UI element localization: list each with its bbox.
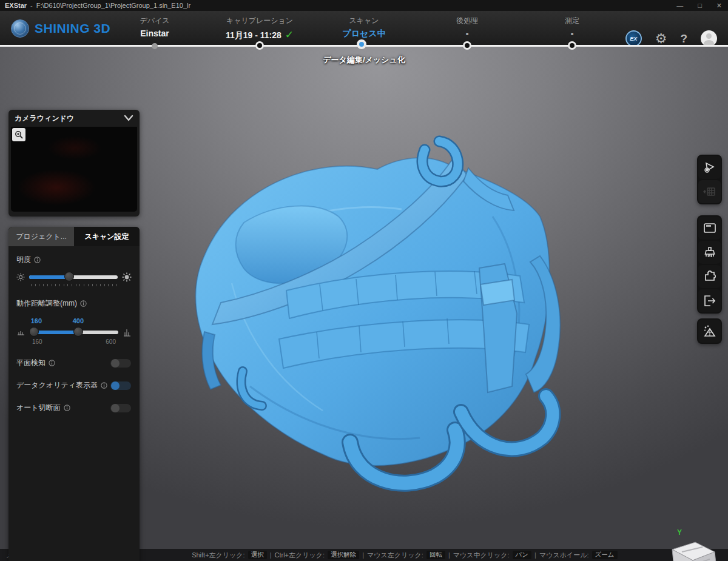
scan-stage-dot[interactable] — [357, 39, 366, 49]
right-toolbar-group-1 — [697, 155, 722, 204]
window-layout-button[interactable] — [698, 217, 721, 240]
brightness-ticks — [31, 284, 117, 286]
info-icon[interactable] — [34, 257, 41, 263]
right-toolbar-group-2 — [697, 215, 722, 314]
user-avatar[interactable] — [701, 30, 717, 47]
help-icon[interactable]: ? — [680, 32, 687, 45]
step-measure[interactable]: 測定 - — [517, 16, 627, 38]
settings-gear-icon[interactable]: ⚙ — [655, 32, 667, 45]
distance-range-slider[interactable] — [30, 328, 118, 337]
info-icon[interactable] — [64, 405, 70, 411]
data-quality-indicator-toggle[interactable] — [110, 381, 132, 391]
distance-max-label: 600 — [106, 338, 116, 345]
simplify-mesh-button[interactable] — [698, 320, 721, 343]
scan-settings-panel: プロジェクト... スキャン設定 明度 — [8, 227, 140, 561]
sun-dim-icon — [16, 273, 25, 281]
sun-bright-icon — [122, 272, 132, 282]
distance-label: 動作距離調整(mm) — [16, 298, 77, 309]
title-separator: - — [30, 2, 33, 9]
brightness-slider[interactable] — [29, 272, 118, 282]
camera-window-panel: カメラウィンドウ — [8, 110, 140, 217]
camera-preview — [11, 127, 137, 212]
distance-low-value: 160 — [31, 317, 42, 324]
exstar-account-icon[interactable]: EX — [625, 30, 642, 47]
y-axis-label: Y — [677, 528, 682, 537]
tab-scan-settings[interactable]: スキャン設定 — [74, 227, 140, 246]
auto-cutting-plane-label: オート切断面 — [16, 403, 61, 413]
plane-detection-label: 平面検知 — [16, 358, 46, 368]
measure-stage-dot[interactable] — [568, 41, 576, 50]
workflow-stage-label: データ編集/メッシュ化 — [285, 55, 443, 66]
collapse-panel-button[interactable] — [698, 180, 721, 203]
ruler-near-icon — [16, 328, 25, 336]
camera-window-title: カメラウィンドウ — [15, 113, 74, 124]
tab-project[interactable]: プロジェクト... — [8, 227, 74, 246]
step-calibration[interactable]: キャリブレーション 11月19 - 11:28✓ — [205, 16, 314, 41]
globe-logo-icon — [11, 19, 29, 38]
mesh-process-button[interactable] — [698, 156, 721, 179]
plane-detection-toggle[interactable] — [110, 358, 132, 368]
close-button[interactable]: ✕ — [716, 0, 722, 11]
plugin-button[interactable] — [698, 265, 721, 288]
project-file-path: F:\D610\ProjectGroup_1\ProjectGroup_1.si… — [36, 2, 190, 9]
distance-low-handle[interactable] — [29, 327, 39, 337]
info-icon[interactable] — [101, 382, 107, 389]
device-stage-dot[interactable] — [152, 43, 158, 49]
navigation-cube[interactable]: Y X Z — [635, 525, 726, 561]
maximize-button[interactable]: □ — [698, 0, 702, 11]
brand-name: SHINING 3D — [35, 21, 110, 36]
info-icon[interactable] — [80, 300, 87, 307]
brightness-label: 明度 — [16, 255, 31, 265]
step-device[interactable]: デバイス Einstar — [100, 16, 209, 38]
step-scan[interactable]: スキャン プロセス中 — [309, 16, 419, 39]
magnifier-plus-icon — [15, 130, 24, 139]
camera-zoom-button[interactable] — [12, 128, 25, 141]
distance-min-label: 160 — [32, 338, 42, 345]
postprocess-stage-dot[interactable] — [463, 41, 471, 50]
chevron-down-icon[interactable] — [124, 115, 133, 122]
export-data-button[interactable] — [698, 289, 721, 312]
distance-high-value: 400 — [73, 317, 84, 324]
app-title: EXStar — [5, 2, 27, 9]
auto-cutting-plane-toggle[interactable] — [110, 403, 132, 413]
ruler-far-icon — [123, 327, 132, 337]
minimize-button[interactable]: — — [676, 0, 683, 11]
mouse-hints: Shift+左クリック:選択 | Ctrl+左クリック:選択解除 | マウス左ク… — [192, 551, 617, 560]
brightness-slider-handle[interactable] — [64, 272, 74, 281]
calibration-check-icon: ✓ — [285, 29, 294, 41]
right-toolbar-group-3 — [697, 318, 722, 344]
exstar-app-window: EXStar - F:\D610\ProjectGroup_1\ProjectG… — [0, 0, 728, 561]
window-titlebar: EXStar - F:\D610\ProjectGroup_1\ProjectG… — [0, 0, 728, 11]
info-icon[interactable] — [49, 360, 55, 366]
brand-logo: SHINING 3D — [11, 19, 110, 38]
distance-high-handle[interactable] — [73, 327, 83, 337]
step-postprocess[interactable]: 後処理 - — [413, 16, 522, 38]
viewport[interactable]: カメラウィンドウ プロジェクト... スキャン — [0, 47, 728, 549]
calibration-stage-dot[interactable] — [255, 41, 264, 50]
data-quality-indicator-label: データクオリティ表示器 — [16, 380, 98, 391]
clean-data-button[interactable] — [698, 241, 721, 264]
